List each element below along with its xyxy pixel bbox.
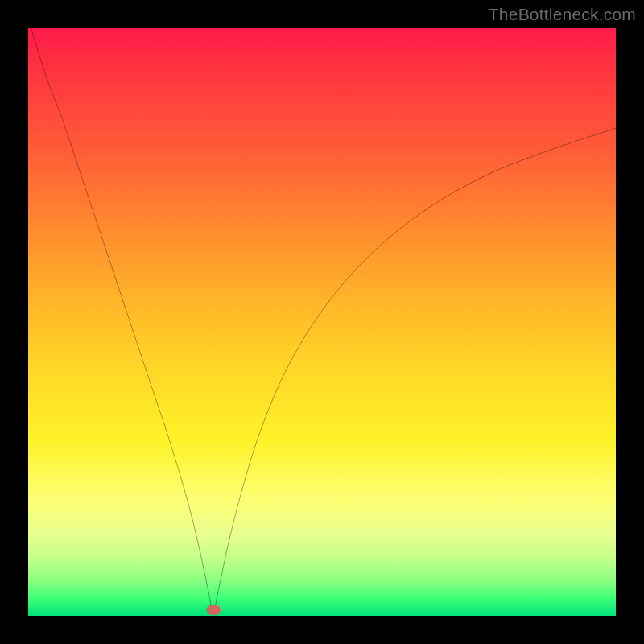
plot-area bbox=[28, 28, 616, 616]
plot-svg bbox=[28, 28, 616, 616]
chart-frame: TheBottleneck.com bbox=[0, 0, 644, 644]
bottleneck-curve bbox=[31, 28, 616, 610]
watermark-text: TheBottleneck.com bbox=[489, 5, 636, 24]
minimum-marker bbox=[206, 605, 221, 615]
